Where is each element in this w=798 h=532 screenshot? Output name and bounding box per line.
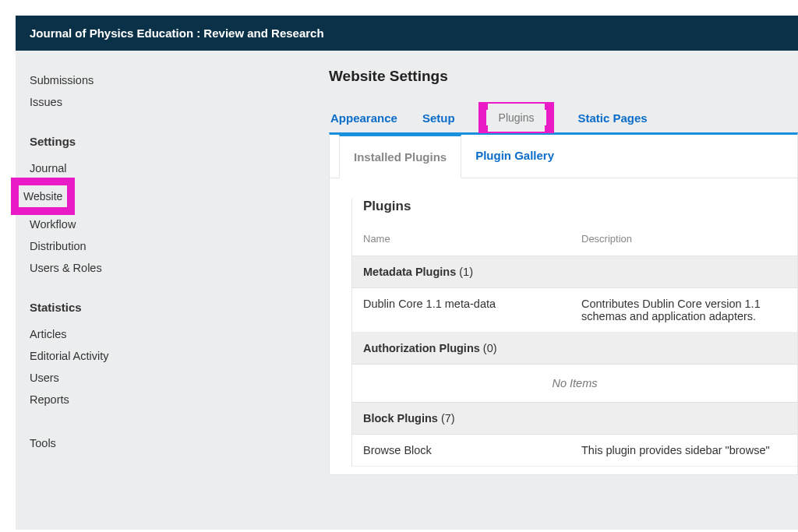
plugin-group-row: Block Plugins (7)	[352, 403, 797, 435]
tab-setup[interactable]: Setup	[421, 104, 457, 132]
plugins-block: Plugins Name Description	[351, 199, 797, 467]
plugin-group-title: Authorization Plugins	[363, 342, 480, 354]
plugin-group-title: Block Plugins	[363, 412, 438, 425]
col-header-description: Description	[570, 227, 797, 256]
tab-static-pages[interactable]: Static Pages	[576, 104, 648, 132]
sidebar: Submissions Issues Settings Journal Webs…	[16, 51, 320, 530]
app-header: Journal of Physics Education : Review an…	[16, 16, 798, 51]
highlight-box-sidebar: Website	[11, 178, 75, 215]
sidebar-item-distribution[interactable]: Distribution	[30, 235, 305, 257]
plugin-group-count: (0)	[483, 342, 497, 354]
sidebar-item-website[interactable]: Website	[23, 190, 62, 203]
plugins-title: Plugins	[352, 199, 797, 227]
sub-tabs: Installed Plugins Plugin Gallery	[330, 135, 797, 178]
sidebar-item-workflow[interactable]: Workflow	[30, 213, 305, 235]
subtab-plugin-gallery[interactable]: Plugin Gallery	[461, 135, 568, 178]
sidebar-heading-settings: Settings	[30, 135, 305, 148]
sidebar-heading-statistics: Statistics	[30, 301, 305, 314]
top-tabs: Appearance Setup Plugins Static Pages	[329, 102, 798, 133]
sidebar-item-submissions[interactable]: Submissions	[30, 69, 305, 91]
plugin-group-count: (1)	[459, 266, 473, 278]
plugin-desc: This plugin provides sidebar "browse"	[570, 435, 797, 467]
plugin-group-row: Authorization Plugins (0)	[352, 333, 797, 365]
sidebar-item-editorial-activity[interactable]: Editorial Activity	[30, 345, 305, 367]
tab-panel: Installed Plugins Plugin Gallery Plugins…	[329, 132, 798, 475]
plugin-row[interactable]: Browse Block This plugin provides sideba…	[352, 435, 797, 467]
no-items-label: No Items	[352, 365, 797, 403]
tab-appearance[interactable]: Appearance	[329, 104, 399, 132]
plugins-table: Name Description Metadata Plugins	[352, 227, 797, 467]
page-title: Website Settings	[329, 68, 798, 85]
main-content: Website Settings Appearance Setup Plugin…	[320, 51, 798, 530]
tab-plugins[interactable]: Plugins	[488, 104, 546, 132]
plugin-name: Dublin Core 1.1 meta-data	[352, 288, 570, 333]
sidebar-item-users-roles[interactable]: Users & Roles	[30, 257, 305, 279]
plugin-group-row: Metadata Plugins (1)	[352, 256, 797, 288]
plugin-desc: Contributes Dublin Core version 1.1 sche…	[570, 288, 797, 333]
plugin-group-count: (7)	[441, 412, 455, 425]
no-items-row: No Items	[352, 365, 797, 403]
highlight-box-plugins-tab: Plugins	[478, 102, 555, 133]
sidebar-item-articles[interactable]: Articles	[30, 323, 305, 345]
sidebar-item-reports[interactable]: Reports	[30, 389, 305, 410]
sidebar-item-users[interactable]: Users	[30, 367, 305, 389]
journal-title: Journal of Physics Education : Review an…	[30, 26, 324, 40]
sidebar-item-tools[interactable]: Tools	[30, 432, 305, 454]
sidebar-item-issues[interactable]: Issues	[30, 91, 305, 113]
sidebar-item-journal[interactable]: Journal	[30, 157, 305, 179]
plugin-row[interactable]: Dublin Core 1.1 meta-data Contributes Du…	[352, 288, 797, 333]
col-header-name: Name	[352, 227, 570, 256]
plugin-name: Browse Block	[352, 435, 570, 467]
plugin-group-title: Metadata Plugins	[363, 266, 456, 278]
subtab-installed-plugins[interactable]: Installed Plugins	[339, 135, 461, 178]
